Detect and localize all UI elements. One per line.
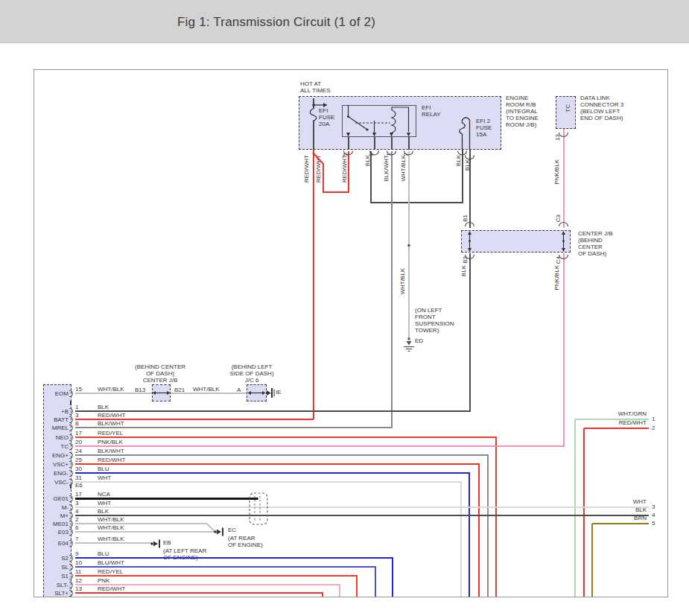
relay-pin-cups <box>344 151 474 160</box>
ie-terminator <box>267 388 275 398</box>
hot-bus-arrow <box>312 103 327 107</box>
symbol-layer <box>34 70 667 597</box>
passthrough-arrows <box>153 391 266 395</box>
efi-fuse-symbol <box>310 109 316 121</box>
whtblk-junction-dot <box>407 244 410 247</box>
center-jb-symbols <box>466 223 568 259</box>
relay-internals <box>346 105 410 137</box>
page: Fig 1: Transmission Circuit (1 of 2) HOT… <box>0 0 689 616</box>
ed-ground-symbol <box>404 337 414 351</box>
red-branch-slant <box>312 152 323 164</box>
efi2-fuse-symbol <box>460 118 470 150</box>
dlc3-pin-cup <box>559 133 568 137</box>
eb-splice-symbol <box>150 540 160 548</box>
header-bar: Fig 1: Transmission Circuit (1 of 2) <box>0 0 689 43</box>
wiring-diagram-canvas: HOT AT ALL TIMES EFI FUSE 20A EFI RELAY … <box>34 69 668 597</box>
page-title: Fig 1: Transmission Circuit (1 of 2) <box>177 15 375 30</box>
ec-splice-symbol <box>207 524 223 536</box>
nca-shield-connector <box>250 493 267 524</box>
